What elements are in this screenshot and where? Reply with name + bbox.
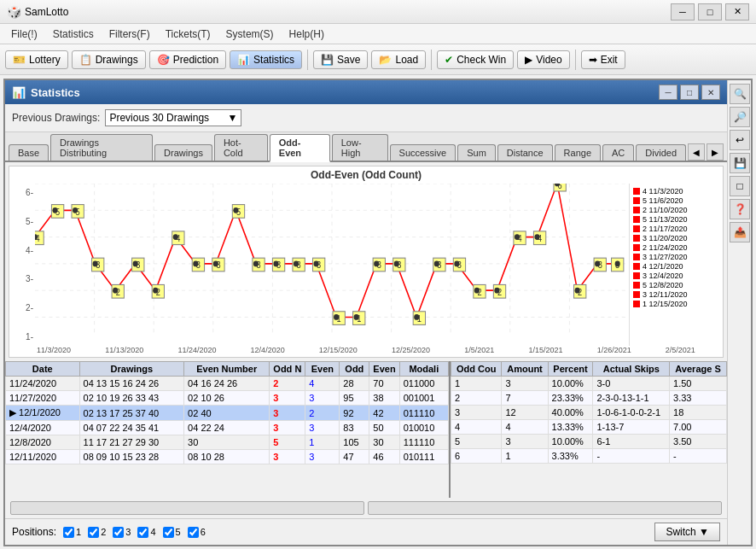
maximize-btn[interactable]: □ — [698, 3, 722, 20]
menu-tickets[interactable]: Tickets(T) — [158, 26, 218, 42]
toolbar-drawings[interactable]: 📋 Drawings — [72, 50, 146, 69]
table-row[interactable]: 12/11/2020 08 09 10 15 23 28 08 10 28 3 … — [6, 450, 449, 464]
table-row[interactable]: 4 4 13.33% 1-13-7 7.00 — [451, 420, 727, 435]
pos-2-check[interactable] — [88, 527, 99, 538]
left-scrollbar[interactable] — [10, 501, 364, 515]
pos-6-label[interactable]: 6 — [188, 527, 206, 538]
col-odd2[interactable]: Odd — [340, 362, 369, 377]
table-row[interactable]: 6 1 3.33% - - — [451, 449, 727, 464]
toolbar-statistics[interactable]: 📊 Statistics — [230, 50, 302, 69]
tab-range[interactable]: Range — [555, 144, 601, 161]
left-data-table: Date Drawings Even Number Odd N Even Odd… — [5, 361, 449, 464]
col-date[interactable]: Date — [6, 362, 80, 377]
close-btn[interactable]: ✕ — [725, 3, 749, 20]
menu-help[interactable]: Help(H) — [282, 26, 332, 42]
tab-low-high[interactable]: Low-High — [332, 134, 388, 161]
table-row[interactable]: 5 3 10.00% 6-1 3.50 — [451, 435, 727, 449]
svg-point-95 — [434, 261, 439, 267]
stats-title: Statistics — [31, 86, 80, 99]
tab-hot-cold[interactable]: Hot-Cold — [214, 134, 268, 161]
stats-minimize[interactable]: ─ — [659, 85, 677, 100]
cell-odd-count: 3 — [451, 406, 502, 420]
toolbar-load[interactable]: 📂 Load — [371, 50, 426, 69]
save-icon: 💾 — [321, 54, 334, 66]
toolbar-lottery[interactable]: 🎫 Lottery — [5, 50, 68, 69]
table-row[interactable]: 12/8/2020 11 17 21 27 29 30 30 5 1 105 3… — [6, 435, 449, 450]
table-row[interactable]: 11/27/2020 02 10 19 26 33 43 02 10 26 3 … — [6, 391, 449, 406]
col-odd[interactable]: Odd N — [270, 362, 305, 377]
menu-statistics[interactable]: Statistics — [45, 26, 102, 42]
sidebar-zoom-in[interactable]: 🔍 — [730, 84, 750, 104]
menu-system[interactable]: System(S) — [218, 26, 282, 42]
menu-filters[interactable]: Filters(F) — [102, 26, 158, 42]
pos-4-label[interactable]: 4 — [137, 527, 155, 538]
col-actual-skips[interactable]: Actual Skips — [593, 362, 670, 377]
col-drawings[interactable]: Drawings — [79, 362, 184, 377]
pos-3-label[interactable]: 3 — [113, 527, 131, 538]
sidebar-help[interactable]: ❓ — [730, 199, 750, 219]
toolbar-video[interactable]: ▶ Video — [517, 50, 569, 69]
pos-6-check[interactable] — [188, 527, 199, 538]
tab-drawings-dist[interactable]: Drawings Distributing — [50, 134, 153, 161]
col-avg-skips[interactable]: Average S — [670, 362, 727, 377]
minimize-btn[interactable]: ─ — [671, 3, 695, 20]
left-table-scroll[interactable]: Date Drawings Even Number Odd N Even Odd… — [5, 361, 449, 481]
cell-date: 12/11/2020 — [6, 450, 80, 464]
cell-avg-skips: 3.50 — [670, 435, 727, 449]
tab-divided[interactable]: Divided — [636, 144, 686, 161]
pos-5-label[interactable]: 5 — [163, 527, 181, 538]
col-percent[interactable]: Percent — [548, 362, 593, 377]
tab-distance[interactable]: Distance — [497, 144, 553, 161]
tab-base[interactable]: Base — [9, 144, 49, 161]
pos-5-check[interactable] — [163, 527, 174, 538]
tab-prev[interactable]: ◀ — [688, 143, 705, 161]
table-row[interactable]: 1 3 10.00% 3-0 1.50 — [451, 377, 727, 391]
tab-odd-even[interactable]: Odd-Even — [270, 134, 330, 162]
pos-4-check[interactable] — [137, 527, 148, 538]
sidebar-export[interactable]: 📤 — [730, 222, 750, 242]
right-table-container: Odd Cou Amount Percent Actual Skips Aver… — [449, 361, 727, 498]
cell-odd: 3 — [270, 391, 305, 406]
table-row[interactable]: 12/4/2020 04 07 22 24 35 41 04 22 24 3 3… — [6, 421, 449, 435]
toolbar-prediction[interactable]: 🎯 Prediction — [149, 50, 226, 69]
pos-1-label[interactable]: 1 — [63, 527, 81, 538]
tab-successive[interactable]: Successive — [390, 144, 457, 161]
tab-ac[interactable]: AC — [602, 144, 634, 161]
table-row[interactable]: ▶ 12/1/2020 02 13 17 25 37 40 02 40 3 2 … — [6, 406, 449, 421]
col-even[interactable]: Even — [305, 362, 340, 377]
legend-dot — [633, 301, 640, 307]
tab-sum[interactable]: Sum — [457, 144, 496, 161]
col-amount[interactable]: Amount — [502, 362, 548, 377]
table-row[interactable]: 3 12 40.00% 1-0-6-1-0-0-2-1 18 — [451, 406, 727, 420]
switch-button[interactable]: Switch ▼ — [654, 523, 720, 541]
stats-maximize[interactable]: □ — [680, 85, 699, 100]
toolbar-save[interactable]: 💾 Save — [313, 50, 368, 69]
cell-date: 11/24/2020 — [6, 377, 80, 391]
statistics-icon: 📊 — [237, 54, 250, 66]
cell-even2: 42 — [369, 406, 399, 421]
pos-1-check[interactable] — [63, 527, 74, 538]
stats-close[interactable]: ✕ — [701, 85, 720, 100]
col-modal[interactable]: Modali — [399, 362, 448, 377]
col-odd-count[interactable]: Odd Cou — [451, 362, 502, 377]
tab-drawings[interactable]: Drawings — [154, 144, 212, 161]
menu-file[interactable]: File(!) — [3, 26, 45, 42]
sidebar-view[interactable]: □ — [730, 176, 750, 196]
table-row[interactable]: 11/24/2020 04 13 15 16 24 26 04 16 24 26… — [6, 377, 449, 391]
cell-modal: 010111 — [399, 450, 448, 464]
sep-3 — [575, 50, 576, 70]
pos-3-check[interactable] — [113, 527, 124, 538]
right-table-scroll[interactable]: Odd Cou Amount Percent Actual Skips Aver… — [451, 361, 727, 481]
col-even-num[interactable]: Even Number — [184, 362, 270, 377]
sidebar-save[interactable]: 💾 — [730, 153, 750, 173]
prev-drawings-select[interactable]: Previous 30 Drawings ▼ — [105, 109, 241, 126]
tab-next[interactable]: ▶ — [707, 143, 724, 161]
toolbar-checkwin[interactable]: ✔ Check Win — [437, 50, 514, 69]
positions-row: Positions: 1 2 3 4 5 6 Switch ▼ — [5, 518, 727, 545]
table-row[interactable]: 2 7 23.33% 2-3-0-13-1-1 3.33 — [451, 391, 727, 406]
pos-2-label[interactable]: 2 — [88, 527, 106, 538]
sidebar-undo[interactable]: ↩ — [730, 130, 750, 150]
toolbar-exit[interactable]: ➡ Exit — [581, 50, 625, 69]
col-even2[interactable]: Even — [369, 362, 399, 377]
sidebar-zoom-out[interactable]: 🔎 — [730, 107, 750, 127]
